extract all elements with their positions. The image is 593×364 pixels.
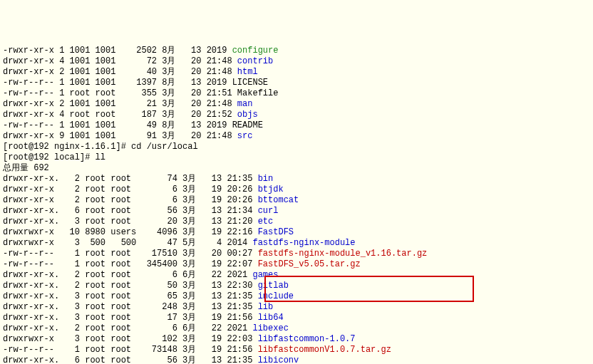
file-metadata: drwxr-xr-x 2 root root 6 3月 19 20:26	[3, 195, 258, 205]
file-metadata: drwxrwxr-x 10 8980 users 4096 3月 19 22:1…	[3, 227, 258, 237]
terminal-line: drwxr-xr-x 2 root root 6 3月 19 20:26 btj…	[3, 184, 590, 195]
file-metadata: drwxr-xr-x. 3 root root 248 3月 13 21:35	[3, 302, 258, 312]
terminal-line: -rw-r--r-- 1 root root 355 3月 20 21:51 M…	[3, 88, 590, 99]
file-name: FastDFS_v5.05.tar.gz	[258, 259, 361, 269]
terminal-line: -rw-r--r-- 1 1001 1001 1397 8月 13 2019 L…	[3, 78, 590, 88]
file-name: contrib	[237, 56, 273, 66]
file-metadata: drwxr-xr-x. 3 root root 20 3月 13 21:20	[3, 217, 258, 227]
file-metadata: -rw-r--r-- 1 root root 17510 3月 20 00:27	[3, 249, 258, 259]
terminal-line: drwxr-xr-x 2 root root 6 3月 19 20:26 btt…	[3, 195, 590, 206]
file-name: lib	[258, 302, 274, 312]
file-metadata: drwxr-xr-x. 6 root root 56 3月 13 21:35	[3, 355, 258, 364]
file-metadata: drwxr-xr-x 4 1001 1001 72 3月 20 21:48	[3, 56, 237, 66]
file-name: games	[252, 270, 278, 280]
terminal-line: -rw-r--r-- 1 root root 345400 3月 19 22:0…	[3, 259, 590, 270]
file-metadata: drwxrwxr-x 3 500 500 47 5月 4 2014	[3, 238, 252, 248]
terminal-line: -rw-r--r-- 1 1001 1001 49 8月 13 2019 REA…	[3, 120, 590, 131]
file-name: lib64	[258, 313, 284, 323]
file-metadata: drwxr-xr-x. 2 root root 74 3月 13 21:35	[3, 174, 258, 184]
file-metadata: drwxr-xr-x 9 1001 1001 91 3月 20 21:48	[3, 131, 237, 141]
file-name: html	[237, 67, 258, 77]
terminal-line: drwxr-xr-x. 6 root root 56 3月 13 21:35 l…	[3, 355, 590, 364]
file-name: libexec	[252, 323, 288, 333]
terminal-line: drwxr-xr-x. 2 root root 50 3月 13 22:30 g…	[3, 281, 590, 291]
shell-prompt: [root@192 nginx-1.16.1]# cd /usr/local	[3, 142, 590, 152]
file-name: fastdfs-nginx-module	[252, 238, 355, 248]
file-metadata: drwxr-xr-x. 3 root root 17 3月 19 21:56	[3, 313, 258, 323]
terminal-output[interactable]: -rwxr-xr-x 1 1001 1001 2502 8月 13 2019 c…	[3, 46, 590, 364]
file-name: fastdfs-nginx-module_v1.16.tar.gz	[258, 249, 428, 259]
terminal-line: drwxr-xr-x 9 1001 1001 91 3月 20 21:48 sr…	[3, 131, 590, 142]
terminal-line: drwxr-xr-x. 2 root root 6 6月 22 2021 gam…	[3, 270, 590, 281]
file-name: libfastcommon-1.0.7	[258, 334, 356, 344]
file-name: gitlab	[258, 281, 289, 291]
file-name: FastDFS	[258, 227, 294, 237]
file-metadata: drwxr-xr-x 2 1001 1001 40 3月 20 21:48	[3, 67, 237, 77]
terminal-line: drwxr-xr-x. 2 root root 74 3月 13 21:35 b…	[3, 174, 590, 184]
terminal-line: drwxrwxr-x 3 root root 102 3月 19 22:03 l…	[3, 334, 590, 345]
file-metadata: -rw-r--r-- 1 root root 345400 3月 19 22:0…	[3, 259, 258, 269]
terminal-line: drwxr-xr-x. 2 root root 6 6月 22 2021 lib…	[3, 323, 590, 334]
terminal-line: drwxr-xr-x. 3 root root 17 3月 19 21:56 l…	[3, 313, 590, 323]
file-name: btjdk	[258, 184, 284, 194]
file-metadata: -rwxr-xr-x 1 1001 1001 2502 8月 13 2019	[3, 46, 232, 56]
file-name: curl	[258, 206, 279, 216]
file-metadata: drwxr-xr-x 2 1001 1001 21 3月 20 21:48	[3, 99, 237, 109]
terminal-line: -rwxr-xr-x 1 1001 1001 2502 8月 13 2019 c…	[3, 46, 590, 56]
terminal-line: drwxr-xr-x. 6 root root 56 3月 13 21:34 c…	[3, 206, 590, 217]
file-name: include	[258, 291, 294, 301]
terminal-line: drwxr-xr-x 4 root root 187 3月 20 21:52 o…	[3, 110, 590, 120]
terminal-line: drwxr-xr-x 2 1001 1001 40 3月 20 21:48 ht…	[3, 67, 590, 78]
terminal-line: drwxr-xr-x 2 1001 1001 21 3月 20 21:48 ma…	[3, 99, 590, 110]
file-metadata: drwxr-xr-x. 3 root root 65 3月 13 21:35	[3, 291, 258, 301]
file-metadata: -rw-r--r-- 1 1001 1001 49 8月 13 2019 REA…	[3, 120, 263, 130]
total-line: 总用量 692	[3, 163, 590, 174]
file-name: configure	[232, 46, 279, 56]
file-name: libfastcommonV1.0.7.tar.gz	[258, 345, 391, 355]
file-metadata: drwxr-xr-x. 2 root root 6 6月 22 2021	[3, 323, 252, 333]
file-metadata: drwxr-xr-x 2 root root 6 3月 19 20:26	[3, 184, 258, 194]
terminal-line: drwxr-xr-x. 3 root root 248 3月 13 21:35 …	[3, 302, 590, 313]
terminal-line: drwxrwxr-x 3 500 500 47 5月 4 2014 fastdf…	[3, 238, 590, 249]
file-metadata: -rw-r--r-- 1 root root 355 3月 20 21:51 M…	[3, 88, 278, 98]
file-metadata: drwxr-xr-x. 2 root root 50 3月 13 22:30	[3, 281, 258, 291]
file-name: man	[237, 99, 253, 109]
terminal-line: -rw-r--r-- 1 root root 17510 3月 20 00:27…	[3, 249, 590, 259]
file-name: objs	[237, 110, 258, 120]
terminal-line: -rw-r--r-- 1 root root 73148 3月 19 21:56…	[3, 345, 590, 355]
terminal-line: drwxr-xr-x. 3 root root 20 3月 13 21:20 e…	[3, 217, 590, 227]
file-metadata: drwxrwxr-x 3 root root 102 3月 19 22:03	[3, 334, 258, 344]
file-metadata: -rw-r--r-- 1 1001 1001 1397 8月 13 2019 L…	[3, 78, 268, 88]
file-name: libiconv	[258, 355, 299, 364]
terminal-line: drwxrwxr-x 10 8980 users 4096 3月 19 22:1…	[3, 227, 590, 238]
shell-prompt: [root@192 local]# ll	[3, 152, 590, 163]
file-metadata: drwxr-xr-x 4 root root 187 3月 20 21:52	[3, 110, 237, 120]
file-name: src	[237, 131, 253, 141]
file-metadata: drwxr-xr-x. 6 root root 56 3月 13 21:34	[3, 206, 258, 216]
file-name: etc	[258, 217, 274, 227]
terminal-line: drwxr-xr-x 4 1001 1001 72 3月 20 21:48 co…	[3, 56, 590, 67]
file-name: bin	[258, 174, 274, 184]
file-name: bttomcat	[258, 195, 299, 205]
file-metadata: -rw-r--r-- 1 root root 73148 3月 19 21:56	[3, 345, 258, 355]
file-metadata: drwxr-xr-x. 2 root root 6 6月 22 2021	[3, 270, 252, 280]
terminal-line: drwxr-xr-x. 3 root root 65 3月 13 21:35 i…	[3, 291, 590, 302]
